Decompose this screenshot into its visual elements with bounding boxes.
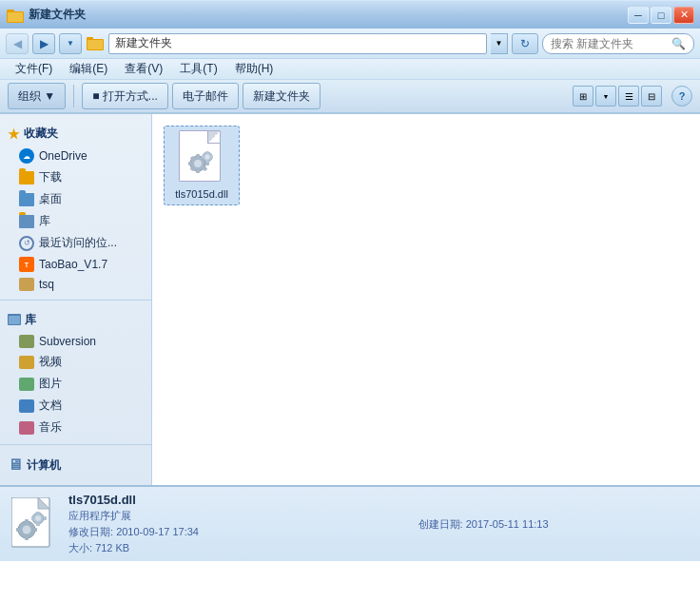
- sidebar-label-video: 视频: [39, 354, 62, 370]
- search-input[interactable]: [551, 37, 668, 50]
- title-bar-left: 新建文件夹: [6, 6, 86, 25]
- created-value: 2017-05-11 11:13: [466, 518, 549, 530]
- status-filename: tls7015d.dll: [68, 493, 407, 507]
- status-created-info: 创建日期: 2017-05-11 11:13: [418, 517, 689, 532]
- folder-nav-icon: [86, 34, 105, 53]
- svg-point-28: [23, 526, 31, 534]
- svg-rect-36: [36, 523, 40, 526]
- refresh-button[interactable]: ↻: [512, 33, 538, 54]
- desktop-folder-icon: [19, 193, 34, 206]
- svg-rect-2: [8, 12, 23, 22]
- svg-point-34: [35, 515, 41, 521]
- documents-icon: [19, 399, 34, 413]
- sidebar-divider1: [0, 300, 151, 301]
- menu-edit[interactable]: 编辑(E): [62, 59, 115, 79]
- sidebar-item-downloads[interactable]: 下载: [0, 166, 151, 188]
- sidebar-item-desktop[interactable]: 桌面: [0, 188, 151, 210]
- sidebar-item-onedrive[interactable]: ☁ OneDrive: [0, 146, 151, 166]
- sidebar-label-tsq: tsq: [39, 278, 54, 291]
- maximize-button[interactable]: □: [651, 7, 671, 24]
- view-mode-dropdown[interactable]: ▼: [595, 86, 616, 107]
- new-folder-button[interactable]: 新建文件夹: [243, 83, 321, 109]
- file-item-dll[interactable]: tls7015d.dll: [164, 126, 240, 205]
- svg-rect-20: [206, 151, 209, 154]
- organize-button[interactable]: 组织 ▼: [8, 83, 66, 109]
- status-modified: 修改日期: 2010-09-17 17:34: [68, 525, 407, 539]
- video-icon: [19, 356, 34, 369]
- created-label: 创建日期:: [418, 518, 463, 530]
- sidebar-computer-title[interactable]: 🖥 计算机: [0, 451, 151, 477]
- size-value: 712 KB: [95, 542, 129, 553]
- music-icon: [19, 421, 34, 435]
- file-area: tls7015d.dll: [152, 114, 700, 485]
- sidebar-item-images[interactable]: 图片: [0, 373, 151, 395]
- open-button[interactable]: ■ 打开方式...: [82, 83, 168, 109]
- sidebar-label-subversion: Subversion: [39, 335, 96, 348]
- window-title: 新建文件夹: [29, 7, 86, 23]
- sidebar-item-documents[interactable]: 文档: [0, 395, 151, 417]
- svg-rect-22: [202, 156, 204, 159]
- sidebar-item-recent[interactable]: ↺ 最近访问的位...: [0, 232, 151, 254]
- window-controls: ─ □ ✕: [628, 7, 694, 24]
- libraries-icon: [8, 312, 21, 328]
- sidebar-item-music[interactable]: 音乐: [0, 417, 151, 438]
- library-folder-icon: [19, 215, 34, 228]
- sidebar-label-downloads: 下载: [39, 169, 62, 185]
- view-mode-button1[interactable]: ⊞: [573, 86, 593, 107]
- svg-rect-30: [25, 536, 29, 540]
- favorites-label: 收藏夹: [24, 126, 58, 142]
- sidebar-label-taobao: TaoBao_V1.7: [39, 258, 107, 271]
- sidebar-favorites-title[interactable]: ★ 收藏夹: [0, 120, 151, 146]
- sidebar-libraries-title[interactable]: 库: [0, 306, 151, 332]
- sidebar-label-music: 音乐: [39, 419, 62, 436]
- svg-rect-21: [206, 160, 209, 163]
- menu-help[interactable]: 帮助(H): [227, 59, 282, 79]
- back-button[interactable]: ◀: [6, 33, 29, 54]
- window-icon: [6, 6, 25, 25]
- dropdown-button[interactable]: ▼: [59, 33, 82, 54]
- sidebar-item-tsq[interactable]: tsq: [0, 275, 151, 294]
- sidebar-item-taobao[interactable]: T TaoBao_V1.7: [0, 254, 151, 275]
- gear-icon: [185, 148, 215, 179]
- sidebar-label-recent: 最近访问的位...: [39, 235, 117, 251]
- svg-rect-31: [16, 528, 20, 532]
- tsq-folder-icon: [19, 278, 34, 291]
- svg-point-19: [205, 155, 210, 160]
- images-icon: [19, 378, 34, 391]
- address-dropdown[interactable]: ▼: [491, 33, 508, 54]
- address-bar: ◀ ▶ ▼ 新建文件夹 ▼ ↻ 🔍: [0, 29, 700, 59]
- file-label-dll: tls7015d.dll: [168, 187, 235, 201]
- recent-icon: ↺: [19, 236, 34, 251]
- computer-icon: 🖥: [8, 456, 23, 474]
- sidebar-item-library[interactable]: 库: [0, 210, 151, 232]
- view-mode-button3[interactable]: ⊟: [641, 86, 662, 107]
- size-label: 大小:: [68, 542, 92, 553]
- minimize-button[interactable]: ─: [628, 7, 649, 24]
- search-box[interactable]: 🔍: [542, 33, 694, 54]
- content-area: ★ 收藏夹 ☁ OneDrive 下载 桌面 库 ↺ 最近访问的位... T T…: [0, 114, 700, 485]
- sidebar-label-library: 库: [39, 213, 50, 229]
- address-box[interactable]: 新建文件夹: [108, 33, 487, 54]
- svg-point-9: [194, 160, 202, 167]
- email-button[interactable]: 电子邮件: [172, 83, 239, 109]
- sidebar-item-subversion[interactable]: Subversion: [0, 332, 151, 351]
- close-button[interactable]: ✕: [673, 7, 694, 24]
- menu-file[interactable]: 文件(F): [8, 59, 60, 79]
- svg-rect-12: [188, 162, 192, 165]
- title-bar: 新建文件夹 ─ □ ✕: [0, 0, 700, 29]
- svg-rect-29: [25, 519, 29, 523]
- svg-rect-23: [210, 156, 213, 159]
- modified-value: 2010-09-17 17:34: [116, 526, 199, 537]
- view-buttons: ⊞ ▼ ☰ ⊟ ?: [573, 86, 692, 107]
- view-mode-button2[interactable]: ☰: [618, 86, 639, 107]
- menu-bar: 文件(F) 编辑(E) 查看(V) 工具(T) 帮助(H): [0, 59, 700, 80]
- status-type: 应用程序扩展: [68, 509, 407, 523]
- sidebar-label-images: 图片: [39, 376, 62, 392]
- menu-view[interactable]: 查看(V): [117, 59, 170, 79]
- forward-button[interactable]: ▶: [32, 33, 55, 54]
- sidebar-item-video[interactable]: 视频: [0, 351, 151, 373]
- address-text: 新建文件夹: [115, 35, 172, 51]
- menu-tools[interactable]: 工具(T): [172, 59, 224, 79]
- svg-rect-10: [196, 154, 200, 158]
- help-button[interactable]: ?: [671, 86, 692, 107]
